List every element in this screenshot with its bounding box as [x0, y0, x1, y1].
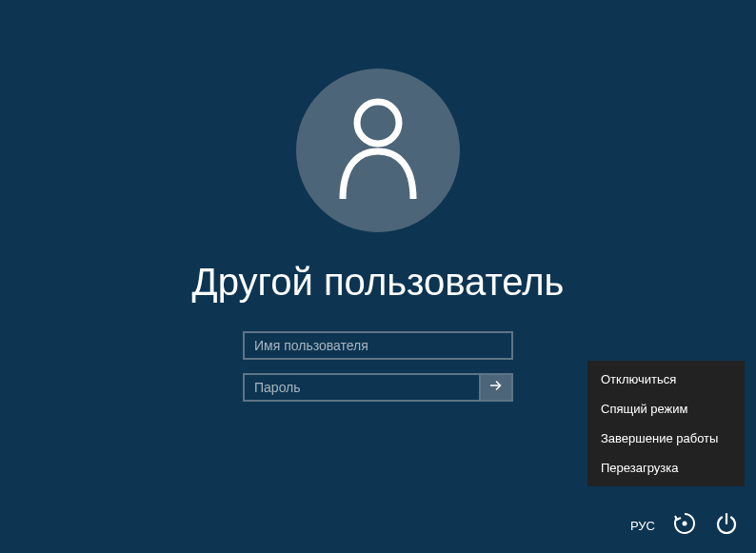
- username-row: [243, 331, 513, 360]
- ease-of-access-button[interactable]: [672, 511, 697, 540]
- power-menu-restart[interactable]: Перезагрузка: [587, 453, 745, 483]
- power-icon: [714, 511, 739, 540]
- power-menu-sleep[interactable]: Спящий режим: [587, 394, 745, 424]
- bottom-bar: РУС: [630, 511, 739, 540]
- user-icon: [335, 96, 421, 205]
- password-row: [243, 373, 513, 402]
- avatar: [296, 69, 460, 232]
- power-menu-disconnect[interactable]: Отключиться: [587, 365, 745, 394]
- login-title: Другой пользователь: [192, 259, 565, 305]
- login-container: Другой пользователь: [0, 0, 756, 415]
- power-menu: Отключиться Спящий режим Завершение рабо…: [587, 361, 745, 486]
- svg-point-0: [357, 102, 399, 144]
- username-input[interactable]: [243, 331, 513, 360]
- password-input[interactable]: [243, 373, 479, 402]
- arrow-right-icon: [487, 377, 505, 398]
- ease-of-access-icon: [672, 511, 697, 540]
- power-menu-shutdown[interactable]: Завершение работы: [587, 424, 745, 453]
- submit-button[interactable]: [479, 373, 513, 402]
- svg-point-1: [683, 522, 687, 526]
- language-indicator[interactable]: РУС: [630, 519, 655, 533]
- power-button[interactable]: [714, 511, 739, 540]
